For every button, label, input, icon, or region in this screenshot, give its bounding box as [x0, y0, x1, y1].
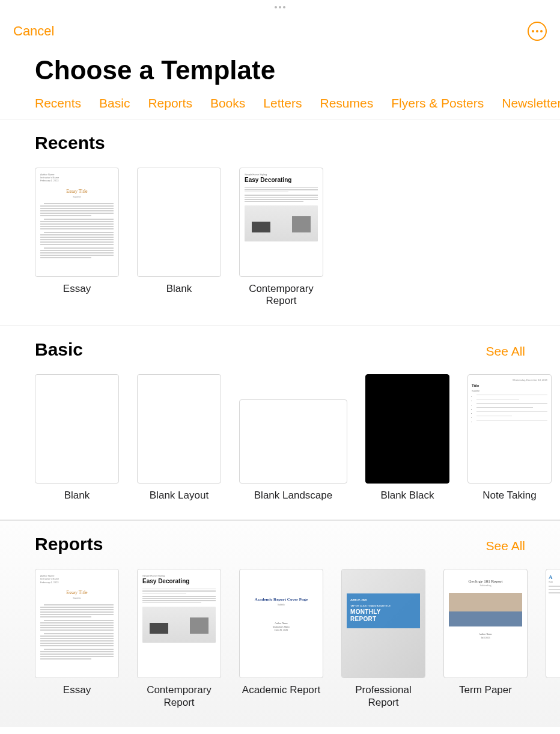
tab-newsletters[interactable]: Newsletters: [502, 96, 560, 111]
template-blank-black[interactable]: Blank Black: [365, 374, 449, 502]
template-essay[interactable]: Author NameInstructor's NameFebruary 4, …: [35, 168, 119, 295]
template-blank[interactable]: Blank: [137, 168, 221, 295]
see-all-reports[interactable]: See All: [486, 539, 525, 553]
template-thumbnail: Wednesday, December 18, 2019 Title Subti…: [467, 374, 552, 484]
section-title-recents: Recents: [35, 133, 105, 153]
template-thumbnail: Simple Home Styling Easy Decorating: [239, 168, 323, 277]
template-label: Blank: [35, 490, 119, 502]
template-thumbnail: A Sub: [546, 569, 560, 678]
template-blank-landscape[interactable]: Blank Landscape: [239, 374, 347, 502]
template-thumbnail: Author NameInstructor's NameFebruary 4, …: [35, 168, 119, 277]
tab-resumes[interactable]: Resumes: [320, 96, 374, 111]
template-thumbnail: Geology 101 Report Subheading Author Nam…: [443, 569, 528, 678]
reports-row: Author NameInstructor's NameFebruary 4, …: [35, 554, 560, 727]
tab-recents[interactable]: Recents: [35, 96, 81, 111]
template-label: Academic Report: [239, 684, 323, 696]
window-drag-handle: [275, 6, 285, 8]
template-thumbnail: [137, 374, 221, 484]
more-options-button[interactable]: [528, 22, 547, 41]
tab-books[interactable]: Books: [210, 96, 245, 111]
template-label: Term Paper: [443, 684, 528, 696]
template-thumbnail: [239, 399, 347, 484]
template-label: Essay: [35, 283, 119, 295]
cancel-button[interactable]: Cancel: [13, 23, 54, 39]
page-title: Choose a Template: [0, 41, 560, 96]
template-label: Professional Report: [341, 684, 425, 709]
template-label: Blank Layout: [137, 490, 221, 502]
template-essay[interactable]: Author NameInstructor's NameFebruary 4, …: [35, 569, 119, 696]
template-thumbnail: Simple Home Styling Easy Decorating: [137, 569, 221, 678]
basic-row: Blank Blank Layout Blank Landscape Blank…: [35, 360, 560, 520]
template-label: Blank Black: [365, 490, 449, 502]
template-blank-layout[interactable]: Blank Layout: [137, 374, 221, 502]
template-thumbnail: Academic Report Cover Page Subtitle Auth…: [239, 569, 323, 678]
template-thumbnail: [137, 168, 221, 277]
tab-letters[interactable]: Letters: [263, 96, 302, 111]
ellipsis-icon: [532, 30, 534, 32]
template-academic-report[interactable]: Academic Report Cover Page Subtitle Auth…: [239, 569, 323, 696]
tab-basic[interactable]: Basic: [99, 96, 130, 111]
template-note-taking[interactable]: Wednesday, December 18, 2019 Title Subti…: [467, 374, 552, 502]
see-all-basic[interactable]: See All: [486, 344, 525, 359]
tab-flyers-posters[interactable]: Flyers & Posters: [391, 96, 484, 111]
template-label: Essay: [35, 684, 119, 696]
template-blank[interactable]: Blank: [35, 374, 119, 502]
section-title-basic: Basic: [35, 339, 83, 360]
template-partial[interactable]: A Sub: [546, 569, 560, 678]
template-label: Blank: [137, 283, 221, 295]
template-contemporary-report[interactable]: Simple Home Styling Easy Decorating Cont…: [239, 168, 323, 308]
template-professional-report[interactable]: JUNE 27, 2020 TAP OR CLICK TO ADD A SUBT…: [341, 569, 425, 709]
template-label: Blank Landscape: [239, 490, 347, 502]
template-label: Note Taking: [467, 490, 552, 502]
template-thumbnail: Author NameInstructor's NameFebruary 4, …: [35, 569, 119, 678]
template-thumbnail: [365, 374, 449, 484]
template-label: Contemporary Report: [137, 684, 221, 709]
section-title-reports: Reports: [35, 534, 103, 554]
template-label: Contemporary Report: [239, 283, 323, 308]
category-tabs: Recents Basic Reports Books Letters Resu…: [0, 96, 560, 119]
section-basic: Basic See All Blank Blank Layout Blank L…: [0, 326, 560, 520]
recents-row: Author NameInstructor's NameFebruary 4, …: [35, 153, 560, 326]
template-thumbnail: [35, 374, 119, 484]
tab-reports[interactable]: Reports: [148, 96, 192, 111]
section-reports: Reports See All Author NameInstructor's …: [0, 520, 560, 727]
template-term-paper[interactable]: Geology 101 Report Subheading Author Nam…: [443, 569, 528, 696]
section-books: Books – Portrait See All Content can ref…: [0, 727, 560, 734]
template-contemporary-report[interactable]: Simple Home Styling Easy Decorating Cont…: [137, 569, 221, 709]
template-thumbnail: JUNE 27, 2020 TAP OR CLICK TO ADD A SUBT…: [341, 569, 425, 678]
section-recents: Recents Author NameInstructor's NameFebr…: [0, 119, 560, 326]
